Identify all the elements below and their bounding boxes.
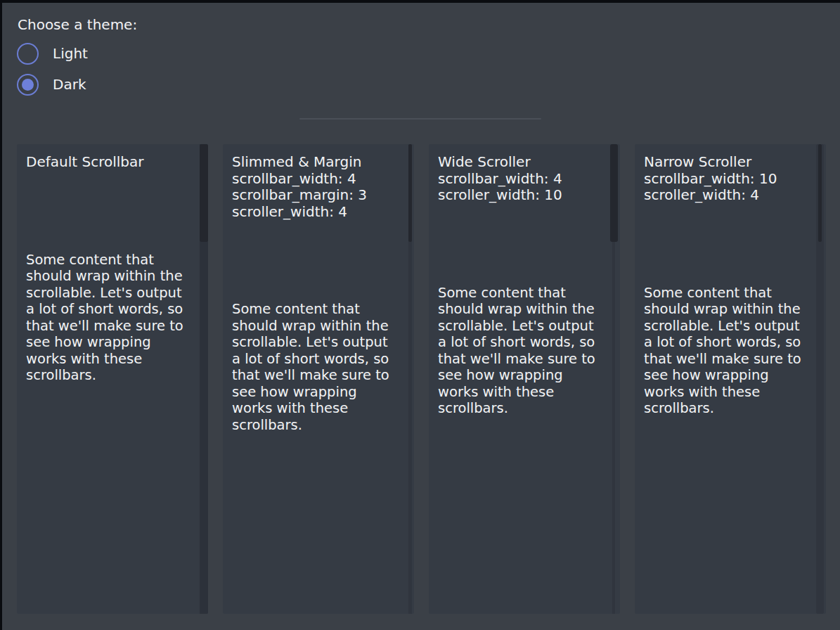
config-line: scrollbar_width: 4 <box>232 171 405 188</box>
body-line: scrollable. Let's output <box>644 318 817 335</box>
body-line: that we'll make sure to <box>644 351 817 368</box>
radio-option-dark[interactable]: Dark <box>17 74 86 96</box>
body-line: scrollable. Let's output <box>438 318 611 335</box>
body-line: scrollable. Let's output <box>26 285 199 302</box>
body-line: a lot of short words, so <box>232 351 405 368</box>
body-line: should wrap within the <box>438 301 611 318</box>
config-line: scroller_width: 10 <box>438 187 611 204</box>
scrollable-narrow-scroller[interactable]: Narrow Scroller scrollbar_width: 10 scro… <box>635 144 826 614</box>
scrollable-default[interactable]: Default Scrollbar Some content that shou… <box>17 144 208 614</box>
body-line: Some content that <box>232 301 405 318</box>
body-line: scrollable. Let's output <box>232 334 405 351</box>
body-line: a lot of short words, so <box>26 301 199 318</box>
body-line: works with these <box>232 400 405 417</box>
scrollbar-thumb[interactable] <box>408 144 412 242</box>
body-line: that we'll make sure to <box>232 367 405 384</box>
radio-option-dark-label: Dark <box>53 74 86 96</box>
scrollbar-thumb[interactable] <box>610 144 618 242</box>
body-line: scrollbars. <box>438 400 611 417</box>
body-line: that we'll make sure to <box>26 318 199 335</box>
body-line: see how wrapping <box>438 367 611 384</box>
body-line: that we'll make sure to <box>438 351 611 368</box>
panel-title: Default Scrollbar <box>26 154 199 171</box>
config-line: scrollbar_width: 4 <box>438 171 611 188</box>
body-line: see how wrapping <box>232 384 405 401</box>
panel-body: Some content that should wrap within the… <box>644 285 817 417</box>
body-line: Some content that <box>26 252 199 269</box>
body-line: see how wrapping <box>644 367 817 384</box>
radio-option-light[interactable]: Light <box>17 43 88 65</box>
scrollbar-thumb[interactable] <box>818 144 822 242</box>
body-line: should wrap within the <box>232 318 405 335</box>
radio-dot-icon <box>22 79 34 91</box>
window-border-top <box>0 0 840 3</box>
window-border-left <box>0 0 2 630</box>
config-line: scrollbar_width: 10 <box>644 171 817 188</box>
body-line: works with these <box>26 351 199 368</box>
scrollbar-thumb[interactable] <box>200 144 208 242</box>
config-line: scrollbar_margin: 3 <box>232 187 405 204</box>
horizontal-divider <box>299 118 541 120</box>
body-line: should wrap within the <box>644 301 817 318</box>
scrollable-slimmed-margin[interactable]: Slimmed & Margin scrollbar_width: 4 scro… <box>223 144 414 614</box>
config-line: scroller_width: 4 <box>232 204 405 221</box>
scrollables-row: Default Scrollbar Some content that shou… <box>17 144 826 614</box>
body-line: a lot of short words, so <box>438 334 611 351</box>
panel-body: Some content that should wrap within the… <box>438 285 611 417</box>
body-line: scrollbars. <box>232 417 405 434</box>
body-line: works with these <box>644 384 817 401</box>
body-line: Some content that <box>644 285 817 302</box>
scrollable-wide-scroller[interactable]: Wide Scroller scrollbar_width: 4 scrolle… <box>429 144 620 614</box>
panel-title: Wide Scroller <box>438 154 611 171</box>
panel-title: Narrow Scroller <box>644 154 817 171</box>
theme-chooser-label: Choose a theme: <box>18 16 137 33</box>
body-line: a lot of short words, so <box>644 334 817 351</box>
body-line: should wrap within the <box>26 268 199 285</box>
body-line: works with these <box>438 384 611 401</box>
config-line: scroller_width: 4 <box>644 187 817 204</box>
radio-unselected-icon[interactable] <box>17 43 39 65</box>
body-line: Some content that <box>438 285 611 302</box>
body-line: see how wrapping <box>26 334 199 351</box>
radio-selected-icon[interactable] <box>17 74 39 96</box>
body-line: scrollbars. <box>26 367 199 384</box>
panel-title: Slimmed & Margin <box>232 154 405 171</box>
body-line: scrollbars. <box>644 400 817 417</box>
panel-body: Some content that should wrap within the… <box>232 301 405 433</box>
panel-body: Some content that should wrap within the… <box>26 252 199 384</box>
radio-option-light-label: Light <box>53 43 88 65</box>
